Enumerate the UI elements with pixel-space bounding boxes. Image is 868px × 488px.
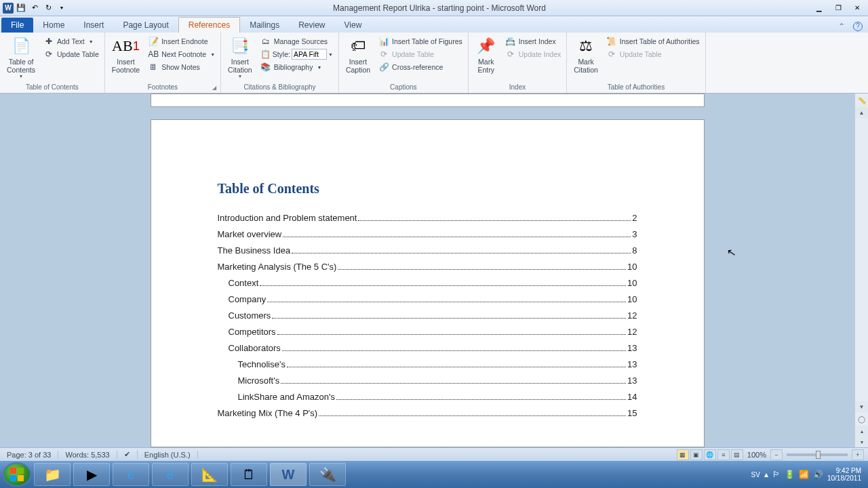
close-button[interactable]: ✕ (849, 3, 865, 14)
insert-caption-button[interactable]: 🏷 Insert Caption (342, 34, 374, 75)
tab-mailings[interactable]: Mailings (240, 18, 289, 33)
select-browse-object-icon[interactable]: ◯ (855, 412, 868, 426)
insert-index-button[interactable]: 📇Insert Index (502, 35, 564, 47)
toc-entry[interactable]: Introduction and Problem statement2 (218, 213, 637, 223)
toc-entry-page: 15 (627, 408, 637, 418)
ie-taskbar-button[interactable]: e (113, 463, 149, 486)
insert-citation-button[interactable]: 📑 Insert Citation ▼ (224, 34, 256, 80)
word-taskbar-button[interactable]: W (270, 463, 307, 486)
outline-view-button[interactable]: ≡ (717, 449, 730, 460)
bibliography-button[interactable]: 📚Bibliography▼ (258, 61, 336, 73)
toc-entry[interactable]: Customers12 (218, 310, 637, 321)
minimize-button[interactable]: ▁ (811, 3, 827, 14)
volume-icon[interactable]: 🔊 (813, 470, 823, 479)
toc-entry[interactable]: Company10 (218, 294, 637, 304)
ie-taskbar-button-2[interactable]: e (152, 463, 189, 486)
toc-entry[interactable]: Microsoft's13 (218, 375, 637, 386)
toc-leader-dots (283, 237, 631, 237)
toc-entry[interactable]: LinkShare and Amazon's14 (218, 392, 637, 402)
help-icon[interactable]: ? (853, 22, 863, 31)
page-indicator[interactable]: Page: 3 of 33 (0, 451, 58, 459)
tab-insert[interactable]: Insert (74, 18, 113, 33)
proofing-icon[interactable]: ✔ (117, 450, 138, 459)
insert-table-of-figures-button[interactable]: 📊Insert Table of Figures (376, 35, 465, 47)
style-input[interactable] (292, 49, 327, 60)
document-page[interactable]: Table of Contents Introduction and Probl… (151, 119, 705, 447)
insert-toa-button[interactable]: 📜Insert Table of Authorities (604, 35, 703, 47)
tab-file[interactable]: File (1, 18, 33, 33)
table-of-contents-button[interactable]: 📄 Table of Contents ▼ (3, 34, 39, 80)
undo-icon[interactable]: ↶ (28, 2, 41, 14)
toc-entry[interactable]: Technolise's13 (218, 359, 637, 369)
full-screen-view-button[interactable]: ▣ (690, 449, 703, 460)
insert-footnote-button[interactable]: AB1 Insert Footnote (108, 34, 144, 75)
next-footnote-button[interactable]: ABNext Footnote▼ (145, 48, 218, 60)
notes-taskbar-button[interactable]: 🗒 (231, 463, 267, 486)
add-text-button[interactable]: ✚Add Text▼ (41, 35, 102, 47)
scroll-down-button[interactable]: ▼ (855, 401, 868, 412)
redo-icon[interactable]: ↻ (42, 2, 54, 14)
minimize-ribbon-icon[interactable]: ⌃ (838, 22, 848, 31)
document-workspace[interactable]: Table of Contents Introduction and Probl… (0, 94, 854, 447)
draft-view-button[interactable]: ▤ (731, 449, 743, 460)
show-hidden-icon[interactable]: ▴ (764, 470, 768, 479)
scroll-up-button[interactable]: ▲ (855, 107, 868, 118)
citation-style-selector[interactable]: 📋Style:▼ (258, 48, 336, 60)
toc-entry-page: 3 (632, 229, 637, 239)
prev-page-button[interactable]: ▴ (855, 426, 868, 436)
next-page-button[interactable]: ▾ (855, 436, 868, 447)
tab-view[interactable]: View (335, 18, 372, 33)
show-notes-button[interactable]: 🗏Show Notes (145, 61, 218, 73)
tab-page-layout[interactable]: Page Layout (113, 18, 178, 33)
toc-entry[interactable]: Marketing Analysis (The 5 C's)10 (218, 262, 637, 272)
manage-sources-button[interactable]: 🗂Manage Sources (258, 35, 336, 47)
tab-references[interactable]: References (178, 17, 240, 33)
toc-entry[interactable]: The Business Idea8 (218, 245, 637, 256)
zoom-out-button[interactable]: − (770, 449, 783, 460)
zoom-in-button[interactable]: + (852, 449, 864, 460)
language-tray[interactable]: SV (751, 471, 760, 479)
zoom-level[interactable]: 100% (747, 451, 766, 459)
vertical-scrollbar[interactable]: 📏 ▲ ▼ ◯ ▴ ▾ (854, 94, 868, 447)
qat-dropdown-icon[interactable]: ▼ (56, 2, 68, 14)
update-table-button[interactable]: ⟳Update Table (41, 48, 102, 60)
app-taskbar-button[interactable]: 📐 (191, 463, 228, 486)
save-icon[interactable]: 💾 (15, 2, 27, 14)
language-indicator[interactable]: English (U.S.) (138, 451, 198, 459)
toc-entry[interactable]: Marketing Mix (The 4 P's)15 (218, 408, 637, 418)
mark-citation-button[interactable]: ⚖ Mark Citation (570, 34, 602, 75)
toc-entry-page: 12 (627, 310, 637, 321)
print-layout-view-button[interactable]: ▦ (677, 449, 689, 460)
footnotes-launcher-icon[interactable]: ◢ (212, 85, 216, 91)
power-icon[interactable]: 🔋 (785, 470, 795, 479)
media-player-taskbar-button[interactable]: ▶ (73, 463, 110, 486)
tab-home[interactable]: Home (33, 18, 74, 33)
toc-entry-page: 13 (627, 359, 637, 369)
toc-entry[interactable]: Context10 (218, 278, 637, 288)
action-center-icon[interactable]: 🏳 (772, 470, 781, 479)
scroll-track[interactable] (855, 118, 868, 401)
clock[interactable]: 9:42 PM 10/18/2011 (827, 467, 865, 482)
toc-entry-text: Customers (229, 310, 271, 321)
cross-reference-button[interactable]: 🔗Cross-reference (376, 61, 465, 73)
toc-entry-page: 10 (627, 262, 637, 272)
network-icon[interactable]: 📶 (799, 470, 809, 479)
ruler-icon[interactable]: 📏 (855, 94, 868, 107)
start-button[interactable] (3, 462, 31, 487)
web-layout-view-button[interactable]: 🌐 (704, 449, 716, 460)
maximize-button[interactable]: ❐ (830, 3, 846, 14)
toc-entry[interactable]: Competitors12 (218, 327, 637, 337)
zoom-thumb[interactable] (816, 451, 821, 459)
word-icon[interactable]: W (3, 3, 14, 14)
explorer-taskbar-button[interactable]: 📁 (34, 463, 71, 486)
device-taskbar-button[interactable]: 🔌 (309, 463, 346, 486)
zoom-slider[interactable] (787, 453, 848, 456)
insert-endnote-button[interactable]: 📝Insert Endnote (145, 35, 218, 47)
mark-entry-button[interactable]: 📌 Mark Entry (471, 34, 501, 75)
bibliography-icon: 📚 (260, 62, 271, 73)
tab-review[interactable]: Review (289, 18, 334, 33)
caption-icon: 🏷 (347, 35, 369, 57)
toc-entry[interactable]: Market overview3 (218, 229, 637, 239)
toc-entry[interactable]: Collaborators13 (218, 343, 637, 353)
word-count[interactable]: Words: 5,533 (58, 451, 117, 459)
